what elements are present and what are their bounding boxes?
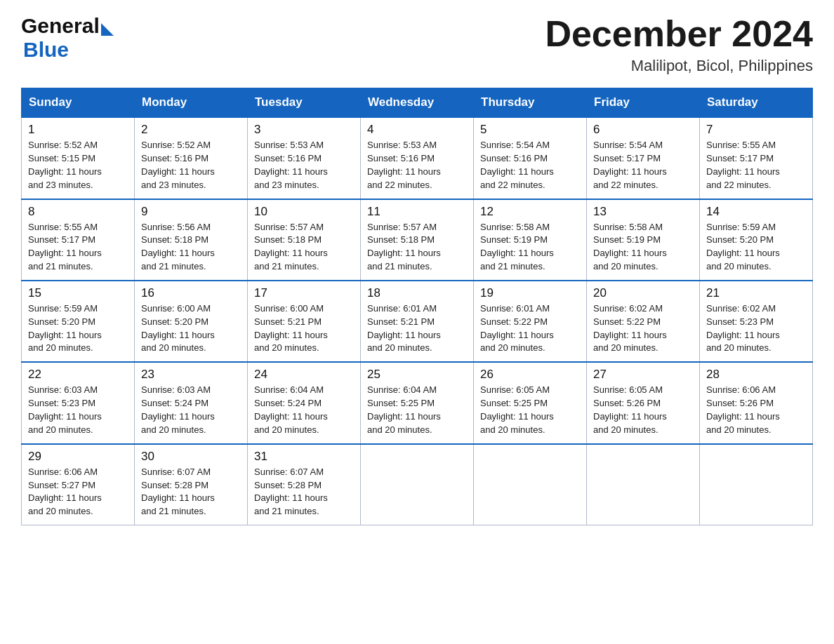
calendar-day-cell: 21 Sunrise: 6:02 AMSunset: 5:23 PMDaylig…	[700, 281, 813, 362]
title-block: December 2024 Malilipot, Bicol, Philippi…	[545, 14, 813, 75]
calendar-day-cell: 11 Sunrise: 5:57 AMSunset: 5:18 PMDaylig…	[361, 199, 474, 281]
day-info: Sunrise: 6:02 AMSunset: 5:23 PMDaylight:…	[706, 303, 780, 354]
calendar-day-cell: 20 Sunrise: 6:02 AMSunset: 5:22 PMDaylig…	[587, 281, 700, 362]
calendar-empty-cell	[587, 444, 700, 525]
day-info: Sunrise: 5:52 AMSunset: 5:16 PMDaylight:…	[141, 140, 215, 190]
day-info: Sunrise: 5:53 AMSunset: 5:16 PMDaylight:…	[254, 140, 328, 190]
day-number: 30	[141, 450, 241, 464]
calendar-week-row: 29 Sunrise: 6:06 AMSunset: 5:27 PMDaylig…	[22, 444, 813, 525]
day-info: Sunrise: 5:58 AMSunset: 5:19 PMDaylight:…	[480, 222, 554, 272]
calendar-day-cell: 28 Sunrise: 6:06 AMSunset: 5:26 PMDaylig…	[700, 362, 813, 443]
day-info: Sunrise: 5:55 AMSunset: 5:17 PMDaylight:…	[706, 140, 780, 190]
calendar-day-cell: 4 Sunrise: 5:53 AMSunset: 5:16 PMDayligh…	[361, 117, 474, 199]
day-number: 12	[480, 205, 580, 219]
location-title: Malilipot, Bicol, Philippines	[545, 57, 813, 75]
calendar-week-row: 8 Sunrise: 5:55 AMSunset: 5:17 PMDayligh…	[22, 199, 813, 281]
month-title: December 2024	[545, 14, 813, 54]
calendar-header-tuesday: Tuesday	[248, 88, 361, 118]
calendar-day-cell: 6 Sunrise: 5:54 AMSunset: 5:17 PMDayligh…	[587, 117, 700, 199]
calendar-day-cell: 2 Sunrise: 5:52 AMSunset: 5:16 PMDayligh…	[135, 117, 248, 199]
calendar-header-wednesday: Wednesday	[361, 88, 474, 118]
day-number: 31	[254, 450, 354, 464]
day-number: 29	[28, 450, 128, 464]
calendar-day-cell: 24 Sunrise: 6:04 AMSunset: 5:24 PMDaylig…	[248, 362, 361, 443]
calendar-day-cell: 30 Sunrise: 6:07 AMSunset: 5:28 PMDaylig…	[135, 444, 248, 525]
calendar-header-thursday: Thursday	[474, 88, 587, 118]
day-info: Sunrise: 6:06 AMSunset: 5:26 PMDaylight:…	[706, 384, 780, 435]
day-info: Sunrise: 6:01 AMSunset: 5:22 PMDaylight:…	[480, 303, 554, 354]
calendar-header-monday: Monday	[135, 88, 248, 118]
day-info: Sunrise: 6:05 AMSunset: 5:26 PMDaylight:…	[593, 384, 667, 435]
day-info: Sunrise: 5:58 AMSunset: 5:19 PMDaylight:…	[593, 222, 667, 272]
calendar-day-cell: 5 Sunrise: 5:54 AMSunset: 5:16 PMDayligh…	[474, 117, 587, 199]
day-info: Sunrise: 6:06 AMSunset: 5:27 PMDaylight:…	[28, 467, 102, 517]
day-number: 10	[254, 205, 354, 219]
logo-general: General	[21, 14, 100, 38]
day-number: 22	[28, 368, 128, 382]
logo-triangle-icon	[101, 23, 114, 36]
calendar-day-cell: 16 Sunrise: 6:00 AMSunset: 5:20 PMDaylig…	[135, 281, 248, 362]
day-number: 23	[141, 368, 241, 382]
day-number: 3	[254, 123, 354, 137]
day-info: Sunrise: 5:53 AMSunset: 5:16 PMDaylight:…	[367, 140, 441, 190]
day-number: 25	[367, 368, 467, 382]
day-number: 28	[706, 368, 806, 382]
calendar-week-row: 15 Sunrise: 5:59 AMSunset: 5:20 PMDaylig…	[22, 281, 813, 362]
day-number: 17	[254, 286, 354, 300]
day-info: Sunrise: 6:03 AMSunset: 5:24 PMDaylight:…	[141, 384, 215, 435]
day-number: 24	[254, 368, 354, 382]
day-info: Sunrise: 6:07 AMSunset: 5:28 PMDaylight:…	[254, 467, 328, 517]
day-number: 13	[593, 205, 693, 219]
day-number: 4	[367, 123, 467, 137]
day-info: Sunrise: 5:57 AMSunset: 5:18 PMDaylight:…	[367, 222, 441, 272]
calendar-day-cell: 7 Sunrise: 5:55 AMSunset: 5:17 PMDayligh…	[700, 117, 813, 199]
calendar-day-cell: 17 Sunrise: 6:00 AMSunset: 5:21 PMDaylig…	[248, 281, 361, 362]
day-number: 8	[28, 205, 128, 219]
calendar-day-cell: 19 Sunrise: 6:01 AMSunset: 5:22 PMDaylig…	[474, 281, 587, 362]
calendar-day-cell: 12 Sunrise: 5:58 AMSunset: 5:19 PMDaylig…	[474, 199, 587, 281]
calendar-day-cell: 27 Sunrise: 6:05 AMSunset: 5:26 PMDaylig…	[587, 362, 700, 443]
day-info: Sunrise: 6:04 AMSunset: 5:24 PMDaylight:…	[254, 384, 328, 435]
day-info: Sunrise: 6:00 AMSunset: 5:21 PMDaylight:…	[254, 303, 328, 354]
calendar-header-sunday: Sunday	[22, 88, 135, 118]
calendar-day-cell: 8 Sunrise: 5:55 AMSunset: 5:17 PMDayligh…	[22, 199, 135, 281]
day-number: 7	[706, 123, 806, 137]
calendar-empty-cell	[474, 444, 587, 525]
logo: General Blue	[21, 14, 114, 62]
day-number: 9	[141, 205, 241, 219]
calendar-day-cell: 31 Sunrise: 6:07 AMSunset: 5:28 PMDaylig…	[248, 444, 361, 525]
day-number: 21	[706, 286, 806, 300]
calendar-header-saturday: Saturday	[700, 88, 813, 118]
day-info: Sunrise: 6:03 AMSunset: 5:23 PMDaylight:…	[28, 384, 102, 435]
calendar-day-cell: 14 Sunrise: 5:59 AMSunset: 5:20 PMDaylig…	[700, 199, 813, 281]
day-info: Sunrise: 6:04 AMSunset: 5:25 PMDaylight:…	[367, 384, 441, 435]
day-number: 19	[480, 286, 580, 300]
day-info: Sunrise: 5:52 AMSunset: 5:15 PMDaylight:…	[28, 140, 102, 190]
calendar-day-cell: 22 Sunrise: 6:03 AMSunset: 5:23 PMDaylig…	[22, 362, 135, 443]
day-number: 11	[367, 205, 467, 219]
day-number: 1	[28, 123, 128, 137]
calendar-day-cell: 10 Sunrise: 5:57 AMSunset: 5:18 PMDaylig…	[248, 199, 361, 281]
day-number: 2	[141, 123, 241, 137]
calendar-day-cell: 29 Sunrise: 6:06 AMSunset: 5:27 PMDaylig…	[22, 444, 135, 525]
day-number: 27	[593, 368, 693, 382]
day-info: Sunrise: 6:05 AMSunset: 5:25 PMDaylight:…	[480, 384, 554, 435]
day-info: Sunrise: 6:07 AMSunset: 5:28 PMDaylight:…	[141, 467, 215, 517]
day-info: Sunrise: 6:02 AMSunset: 5:22 PMDaylight:…	[593, 303, 667, 354]
calendar-day-cell: 25 Sunrise: 6:04 AMSunset: 5:25 PMDaylig…	[361, 362, 474, 443]
day-number: 15	[28, 286, 128, 300]
day-info: Sunrise: 5:54 AMSunset: 5:17 PMDaylight:…	[593, 140, 667, 190]
calendar-table: SundayMondayTuesdayWednesdayThursdayFrid…	[21, 88, 813, 525]
calendar-empty-cell	[700, 444, 813, 525]
page-header: General Blue December 2024 Malilipot, Bi…	[21, 14, 813, 75]
logo-blue: Blue	[23, 38, 69, 61]
calendar-day-cell: 23 Sunrise: 6:03 AMSunset: 5:24 PMDaylig…	[135, 362, 248, 443]
calendar-day-cell: 26 Sunrise: 6:05 AMSunset: 5:25 PMDaylig…	[474, 362, 587, 443]
calendar-day-cell: 13 Sunrise: 5:58 AMSunset: 5:19 PMDaylig…	[587, 199, 700, 281]
day-number: 6	[593, 123, 693, 137]
calendar-day-cell: 15 Sunrise: 5:59 AMSunset: 5:20 PMDaylig…	[22, 281, 135, 362]
day-info: Sunrise: 5:56 AMSunset: 5:18 PMDaylight:…	[141, 222, 215, 272]
day-info: Sunrise: 5:55 AMSunset: 5:17 PMDaylight:…	[28, 222, 102, 272]
day-number: 16	[141, 286, 241, 300]
day-number: 14	[706, 205, 806, 219]
